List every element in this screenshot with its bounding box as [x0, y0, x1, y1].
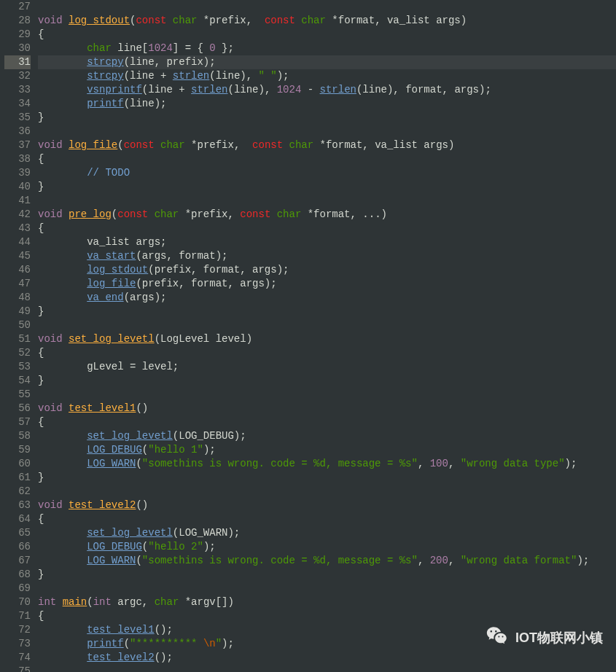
line-number: 67	[4, 554, 31, 568]
code-line[interactable]	[38, 194, 616, 208]
code-line[interactable]	[38, 125, 616, 138]
code-line[interactable]: vsnprintf(line + strlen(line), 1024 - st…	[38, 83, 616, 97]
code-line[interactable]: void test_level1()	[38, 402, 616, 415]
line-number: 59	[4, 443, 31, 457]
line-number: 35	[4, 111, 31, 125]
code-editor[interactable]: 2728293031323334353637383940414243444546…	[0, 0, 616, 672]
code-line[interactable]: void test_level2()	[38, 499, 616, 512]
code-line[interactable]: va_list args;	[38, 235, 616, 249]
line-number: 48	[4, 291, 31, 305]
code-line[interactable]: LOG_WARN("somethins is wrong. code = %d,…	[38, 457, 616, 471]
code-line[interactable]: set_log_levetl(LOG_DEBUG);	[38, 429, 616, 443]
code-line[interactable]: strcpy(line + strlen(line), " ");	[38, 69, 616, 83]
code-line[interactable]: set_log_levetl(LOG_WARN);	[38, 526, 616, 540]
line-number: 31	[4, 55, 31, 69]
code-line[interactable]: // TODO	[38, 166, 616, 180]
line-number: 60	[4, 457, 31, 471]
code-line[interactable]: {	[38, 609, 616, 623]
line-number: 33	[4, 83, 31, 97]
watermark-text: IOT物联网小镇	[515, 631, 603, 645]
code-line[interactable]: {	[38, 415, 616, 429]
code-line[interactable]: LOG_WARN("somethins is wrong. code = %d,…	[38, 554, 616, 568]
code-line[interactable]: }	[38, 374, 616, 388]
line-number: 50	[4, 319, 31, 332]
code-line[interactable]	[38, 485, 616, 499]
code-line[interactable]: log_file(prefix, format, args);	[38, 277, 616, 291]
code-line[interactable]: log_stdout(prefix, format, args);	[38, 263, 616, 277]
line-number: 49	[4, 305, 31, 319]
line-number: 52	[4, 346, 31, 360]
line-number: 72	[4, 623, 31, 637]
code-line[interactable]: va_end(args);	[38, 291, 616, 305]
line-number: 36	[4, 125, 31, 138]
wechat-icon	[485, 624, 510, 652]
line-number: 71	[4, 609, 31, 623]
line-number: 27	[4, 0, 31, 14]
code-line[interactable]: va_start(args, format);	[38, 249, 616, 263]
line-number: 43	[4, 222, 31, 235]
code-line[interactable]: {	[38, 512, 616, 526]
line-number: 37	[4, 138, 31, 152]
code-line[interactable]: gLevel = level;	[38, 360, 616, 374]
code-line[interactable]	[38, 319, 616, 332]
code-line[interactable]: strcpy(line, prefix);	[38, 55, 616, 69]
line-number: 66	[4, 540, 31, 554]
line-number: 55	[4, 388, 31, 402]
code-line[interactable]: int main(int argc, char *argv[])	[38, 595, 616, 609]
code-line[interactable]: {	[38, 346, 616, 360]
line-number: 28	[4, 14, 31, 28]
code-line[interactable]: }	[38, 568, 616, 582]
code-line[interactable]: LOG_DEBUG("hello 2");	[38, 540, 616, 554]
code-line[interactable]: {	[38, 28, 616, 42]
line-number: 63	[4, 499, 31, 512]
code-line[interactable]	[38, 582, 616, 595]
line-number-gutter: 2728293031323334353637383940414243444546…	[0, 0, 38, 672]
code-line[interactable]: void pre_log(const char *prefix, const c…	[38, 208, 616, 222]
code-line[interactable]: char line[1024] = { 0 };	[38, 42, 616, 55]
line-number: 29	[4, 28, 31, 42]
line-number: 57	[4, 415, 31, 429]
code-line[interactable]: }	[38, 471, 616, 485]
line-number: 40	[4, 180, 31, 194]
code-line[interactable]: test_level2();	[38, 651, 616, 665]
line-number: 34	[4, 97, 31, 111]
line-number: 38	[4, 152, 31, 166]
line-number: 46	[4, 263, 31, 277]
code-line[interactable]: }	[38, 180, 616, 194]
line-number: 70	[4, 595, 31, 609]
line-number: 73	[4, 637, 31, 651]
line-number: 54	[4, 374, 31, 388]
code-line[interactable]: }	[38, 305, 616, 319]
code-line[interactable]: LOG_DEBUG("hello 1");	[38, 443, 616, 457]
code-line[interactable]: {	[38, 222, 616, 235]
line-number: 61	[4, 471, 31, 485]
line-number: 44	[4, 235, 31, 249]
code-line[interactable]: void log_file(const char *prefix, const …	[38, 138, 616, 152]
line-number: 39	[4, 166, 31, 180]
code-line[interactable]: void log_stdout(const char *prefix, cons…	[38, 14, 616, 28]
code-line[interactable]: printf(line);	[38, 97, 616, 111]
watermark: IOT物联网小镇	[485, 624, 603, 652]
line-number: 56	[4, 402, 31, 415]
line-number: 53	[4, 360, 31, 374]
line-number: 65	[4, 526, 31, 540]
line-number: 62	[4, 485, 31, 499]
line-number: 69	[4, 582, 31, 595]
line-number: 51	[4, 332, 31, 346]
code-line[interactable]	[38, 665, 616, 672]
line-number: 58	[4, 429, 31, 443]
code-line[interactable]: void set_log_levetl(LogLevel level)	[38, 332, 616, 346]
line-number: 47	[4, 277, 31, 291]
line-number: 64	[4, 512, 31, 526]
code-area[interactable]: void log_stdout(const char *prefix, cons…	[38, 0, 616, 672]
code-line[interactable]: {	[38, 152, 616, 166]
line-number: 41	[4, 194, 31, 208]
code-line[interactable]	[38, 388, 616, 402]
code-line[interactable]: }	[38, 111, 616, 125]
line-number: 30	[4, 42, 31, 55]
line-number: 42	[4, 208, 31, 222]
line-number: 32	[4, 69, 31, 83]
line-number: 74	[4, 651, 31, 665]
code-line[interactable]	[38, 0, 616, 14]
line-number: 68	[4, 568, 31, 582]
